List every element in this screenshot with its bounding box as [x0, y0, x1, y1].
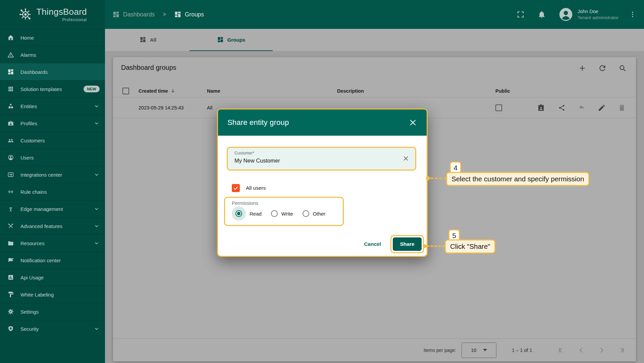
callout-5-anchor-dot — [423, 244, 427, 248]
badge-icon — [7, 120, 14, 127]
fullscreen-button[interactable] — [517, 10, 525, 18]
user-info[interactable]: John Doe Tenant administrator — [578, 9, 619, 20]
callout-4-connector — [431, 178, 446, 179]
permissions-options: Read Write Other — [232, 207, 343, 221]
sidebar-item-settings[interactable]: Settings — [0, 303, 105, 320]
cancel-button[interactable]: Cancel — [363, 239, 382, 249]
close-icon[interactable] — [409, 118, 417, 127]
person-icon — [7, 154, 14, 161]
paint-icon — [7, 291, 14, 298]
gear-icon — [7, 308, 14, 315]
notifications-bell-icon[interactable] — [537, 10, 546, 19]
antenna-icon — [7, 206, 14, 212]
integration-icon — [7, 171, 14, 178]
app-title: ThingsBoard — [36, 7, 87, 17]
all-users-label: All users — [246, 185, 266, 191]
all-users-checkbox-row[interactable]: All users — [232, 184, 266, 192]
warning-icon — [7, 51, 14, 58]
sidebar-item-white-labeling[interactable]: White Labeling — [0, 286, 105, 303]
sidebar-nav: Home Alarms Dashboards Solution template… — [0, 29, 105, 337]
radio-read[interactable]: Read — [232, 207, 262, 221]
thingsboard-logo-icon — [18, 7, 33, 22]
checked-checkbox-icon[interactable] — [232, 184, 240, 192]
sidebar-item-edge-management[interactable]: Edge management — [0, 200, 105, 217]
sidebar-item-advanced-features[interactable]: Advanced features — [0, 217, 105, 234]
chart-icon — [7, 274, 14, 281]
dialog-header: Share entity group — [218, 109, 427, 136]
more-menu-icon[interactable] — [629, 10, 637, 18]
share-button-highlight: Share — [390, 235, 424, 253]
dialog-actions: Cancel Share — [363, 235, 424, 253]
sidebar-item-dashboards[interactable]: Dashboards — [0, 63, 105, 80]
customer-field-value: My New Customer — [234, 157, 409, 164]
chevron-down-icon — [94, 172, 100, 178]
top-toolbar: Dashboards > Groups John Doe Tenant admi… — [105, 0, 644, 29]
share-button[interactable]: Share — [393, 237, 422, 251]
chevron-down-icon — [94, 120, 100, 126]
folder-icon — [7, 240, 14, 246]
dashboards-icon — [112, 11, 120, 18]
grid-icon — [7, 86, 14, 92]
user-role: Tenant administrator — [578, 15, 619, 20]
radio-halo — [232, 207, 246, 221]
notification-icon — [7, 257, 14, 264]
sidebar-item-integrations-center[interactable]: Integrations center — [0, 166, 105, 183]
rule-chain-icon — [7, 188, 14, 195]
user-name: John Doe — [578, 9, 619, 14]
sidebar-item-rule-chains[interactable]: Rule chains — [0, 183, 105, 200]
chevron-down-icon — [94, 240, 100, 246]
customer-field[interactable]: Customer* My New Customer — [227, 147, 416, 171]
sidebar-item-api-usage[interactable]: Api Usage — [0, 269, 105, 286]
share-entity-group-dialog: Share entity group Customer* My New Cust… — [217, 108, 428, 257]
sidebar-item-resources[interactable]: Resources — [0, 234, 105, 252]
chevron-down-icon — [94, 223, 100, 229]
breadcrumb-groups[interactable]: Groups — [185, 11, 204, 18]
app-edition: Professional — [62, 17, 87, 22]
breadcrumb: Dashboards > Groups — [112, 11, 204, 18]
sidebar-item-alarms[interactable]: Alarms — [0, 46, 105, 63]
callout-4-anchor-dot — [426, 176, 430, 180]
callout-5-connector — [427, 245, 445, 247]
sidebar-item-entities[interactable]: Entities — [0, 97, 105, 115]
clear-icon[interactable] — [402, 155, 409, 162]
radio-unselected-icon — [271, 210, 278, 217]
dialog-title: Share entity group — [227, 118, 289, 127]
sidebar-item-users[interactable]: Users — [0, 149, 105, 166]
customer-field-label: Customer* — [234, 151, 409, 155]
sidebar-item-security[interactable]: Security — [0, 320, 105, 337]
sidebar-item-home[interactable]: Home — [0, 29, 105, 46]
sidebar-item-notification-center[interactable]: Notification center — [0, 252, 105, 269]
chevron-down-icon — [94, 103, 100, 109]
radio-other[interactable]: Other — [303, 210, 326, 217]
shield-icon — [7, 325, 14, 332]
sidebar-item-solution-templates[interactable]: Solution templates NEW — [0, 80, 105, 97]
chevron-down-icon — [94, 326, 100, 332]
callout-4-label: Select the customer and specify permissi… — [446, 172, 589, 186]
radio-selected-icon — [235, 210, 242, 217]
people-icon — [7, 137, 14, 144]
sidebar-item-customers[interactable]: Customers — [0, 132, 105, 149]
permissions-label: Permissions — [232, 200, 343, 206]
new-badge: NEW — [84, 86, 100, 92]
radio-unselected-icon — [303, 210, 309, 217]
radio-write[interactable]: Write — [271, 210, 293, 217]
breadcrumb-separator: > — [163, 11, 166, 17]
app-logo[interactable]: ThingsBoard Professional — [0, 0, 105, 29]
permissions-group: Permissions Read Write Other — [224, 197, 344, 226]
home-icon — [7, 34, 14, 41]
callout-5-label: Click "Share" — [445, 239, 495, 254]
sidebar-item-profiles[interactable]: Profiles — [0, 115, 105, 132]
breadcrumb-dashboards[interactable]: Dashboards — [123, 11, 155, 18]
dashboards-icon — [7, 69, 14, 75]
sidebar: ThingsBoard Professional Home Alarms Das… — [0, 0, 105, 363]
tools-icon — [7, 223, 14, 229]
shapes-icon — [7, 103, 14, 109]
chevron-down-icon — [94, 206, 100, 212]
avatar[interactable] — [559, 7, 573, 21]
dashboards-icon — [174, 11, 181, 18]
toolbar-actions: John Doe Tenant administrator — [517, 7, 637, 21]
